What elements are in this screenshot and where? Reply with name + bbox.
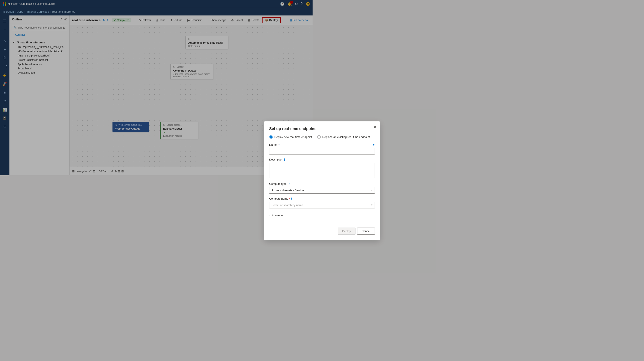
- name-label-text: Name: [269, 143, 277, 146]
- radio-new-input[interactable]: [269, 135, 273, 139]
- modal-title: Set up real-time endpoint: [269, 127, 312, 131]
- radio-new-label: Deploy new real-time endpoint: [274, 135, 312, 139]
- modal-overlay[interactable]: Set up real-time endpoint ✕ Deploy new r…: [0, 0, 312, 175]
- name-field-label-row: Name * ℹ 👁: [269, 143, 312, 147]
- description-field-label: Description ℹ: [269, 158, 312, 161]
- name-input[interactable]: [269, 148, 312, 155]
- radio-deploy-new[interactable]: Deploy new real-time endpoint: [269, 135, 312, 139]
- setup-endpoint-modal: Set up real-time endpoint ✕ Deploy new r…: [264, 121, 312, 176]
- name-info-icon[interactable]: ℹ: [280, 143, 280, 147]
- description-info-icon[interactable]: ℹ: [284, 158, 285, 161]
- name-field-group: Name * ℹ 👁: [269, 143, 312, 155]
- description-input[interactable]: [269, 163, 312, 176]
- name-required-marker: *: [278, 143, 279, 146]
- description-label-text: Description: [269, 158, 283, 161]
- description-field-group: Description ℹ: [269, 158, 312, 176]
- radio-group: Deploy new real-time endpoint Replace an…: [269, 135, 312, 139]
